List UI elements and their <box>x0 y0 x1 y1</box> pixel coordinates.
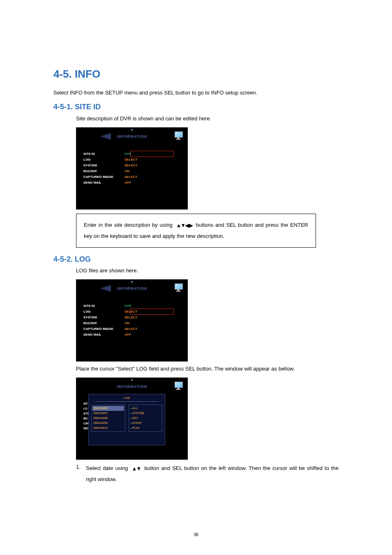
screenshot-info-log: INFORMATION SITE IDDVR LOGSELECT SYSTEMS… <box>76 279 188 362</box>
list-item-1: 1. Select date using ▲▼ button and SEL b… <box>76 463 339 485</box>
page-number: 36 <box>0 531 392 539</box>
menu-label-siteid: SITE ID <box>83 151 125 157</box>
banner-label: INFORMATION <box>117 286 147 291</box>
menu-label-log: LOG <box>83 309 125 315</box>
arrow-updown-icon: ▲▼ <box>132 463 141 474</box>
monitor-icon <box>175 131 184 140</box>
menu-label-captured: CAPTURED IMAGE <box>83 174 125 180</box>
note-text-1: Enter in the site description by using <box>84 222 173 228</box>
log-date-row[interactable]: 2004/10/06 <box>92 406 124 411</box>
screenshot-info-siteid: INFORMATION SITE IDDVR LOGSELECT SYSTEMS… <box>76 127 188 210</box>
menu-label-system: SYSTEM <box>83 315 125 320</box>
list-number: 1. <box>76 463 86 485</box>
screenshot-log-panel: INFORMATION SIT LO SYS BU CAI SEI LOG 20… <box>76 378 188 460</box>
menu-value-captured: SELECT <box>125 174 180 180</box>
log-date-row[interactable]: 2004/10/10 <box>93 426 123 431</box>
menu-label-captured: CAPTURED IMAGE <box>83 326 125 332</box>
log-cat-row[interactable]: EVENT <box>131 421 161 426</box>
menu-label-system: SYSTEM <box>83 163 125 168</box>
heading-4-5: 4-5. INFO <box>53 66 339 83</box>
menu-label-buzzer: BUZZER <box>83 168 125 174</box>
log-date-row[interactable]: 2004/10/09 <box>93 421 123 426</box>
log-cat-row[interactable]: SYSTEM <box>131 411 161 416</box>
li1-text-a: Select date using <box>86 465 128 471</box>
note-box: Enter in the site description by using ▲… <box>76 214 316 248</box>
log-category-list[interactable]: ALL SYSTEM KEY EVENT PLAY <box>129 405 163 432</box>
monitor-icon <box>175 283 184 292</box>
log-date-list[interactable]: 2004/10/06 2004/10/07 2004/10/08 2004/10… <box>91 405 125 432</box>
menu-label-sendmail: SEND MAIL <box>83 180 125 186</box>
heading-4-5-1: 4-5-1. SITE ID <box>53 101 339 113</box>
highlight-log <box>130 309 174 315</box>
arrow-updownleftright-icon: ▲▼◀ ▶ <box>176 220 192 231</box>
log-popup: LOG 2004/10/06 2004/10/07 2004/10/08 200… <box>88 394 165 445</box>
menu-value-log: SELECT <box>125 157 180 163</box>
info-menu: SITE IDDVR LOGSELECT SYSTEMSELECT BUZZER… <box>83 151 180 186</box>
log-cat-row[interactable]: ALL <box>131 406 161 411</box>
heading-4-5-2: 4-5-2. LOG <box>53 253 339 265</box>
menu-value-sendmail: OFF <box>125 332 180 338</box>
info-menu: SITE IDDVR LOGSELECT SYSTEMSELECT BUZZER… <box>83 303 180 338</box>
banner-label: INFORMATION <box>117 134 147 139</box>
menu-value-buzzer: ON <box>125 168 180 174</box>
highlight-site-id <box>130 151 174 157</box>
monitor-icon <box>175 382 184 391</box>
log-date-row[interactable]: 2004/10/08 <box>93 416 123 421</box>
menu-label-sendmail: SEND MAIL <box>83 332 125 338</box>
menu-value-siteid: DVR <box>125 303 180 309</box>
menu-label-siteid: SITE ID <box>83 303 125 309</box>
log-popup-title: LOG <box>89 396 165 400</box>
menu-label-log: LOG <box>83 157 125 163</box>
menu-value-system: SELECT <box>125 315 180 320</box>
menu-label-buzzer: BUZZER <box>83 320 125 326</box>
menu-value-system: SELECT <box>125 163 180 168</box>
site-id-desc: Site description of DVR is shown and can… <box>76 115 339 123</box>
menu-value-sendmail: OFF <box>125 180 180 186</box>
log-desc: LOG files are shown here. <box>76 267 339 275</box>
log-para: Place the cursor "Select" LOG field and … <box>76 365 339 373</box>
banner-label: INFORMATION <box>117 384 147 389</box>
menu-value-captured: SELECT <box>125 326 180 332</box>
log-cat-row[interactable]: KEY <box>131 416 161 421</box>
intro-text: Select INFO from the SETUP menu and pres… <box>53 89 339 97</box>
menu-value-buzzer: ON <box>125 320 180 326</box>
log-cat-row[interactable]: PLAY <box>131 426 161 431</box>
log-date-row[interactable]: 2004/10/07 <box>93 411 123 416</box>
